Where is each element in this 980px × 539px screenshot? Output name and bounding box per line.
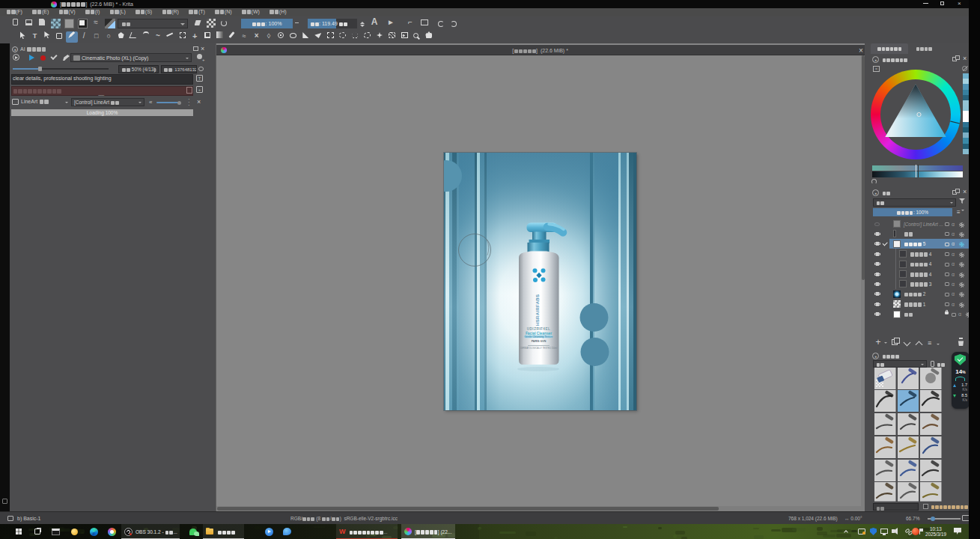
svg-text:PARIS GVN: PARIS GVN	[532, 340, 547, 343]
svg-text:HSRAIRFABS: HSRAIRFABS	[535, 294, 540, 326]
svg-text:UDIZRIF4EL: UDIZRIF4EL	[527, 327, 551, 331]
svg-text:Facial Cleanser: Facial Cleanser	[526, 332, 552, 335]
svg-text:Gentle Cleansing Texture: Gentle Cleansing Texture	[524, 335, 553, 338]
svg-text:DERMATOLOGICALLY TESTED 150ml: DERMATOLOGICALLY TESTED 150ml	[520, 347, 558, 350]
